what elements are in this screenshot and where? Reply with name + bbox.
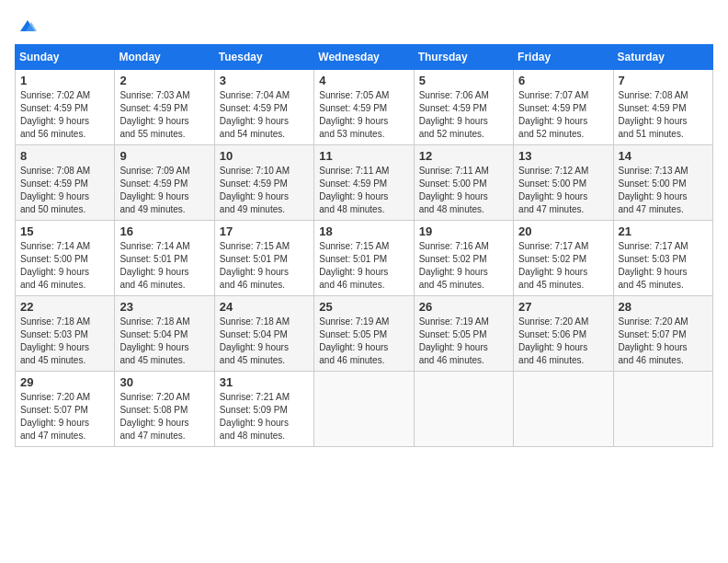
day-info: Sunrise: 7:17 AMSunset: 5:02 PMDaylight:… [518,240,608,292]
day-number: 20 [518,224,608,238]
day-info: Sunrise: 7:15 AMSunset: 5:01 PMDaylight:… [220,240,309,292]
calendar-cell: 7 Sunrise: 7:08 AMSunset: 4:59 PMDayligh… [613,70,712,145]
day-number: 15 [20,224,109,238]
day-info: Sunrise: 7:11 AMSunset: 4:59 PMDaylight:… [319,165,408,216]
weekday-header: Friday [514,45,613,70]
day-number: 14 [619,149,708,163]
calendar-cell: 2 Sunrise: 7:03 AMSunset: 4:59 PMDayligh… [115,70,214,145]
logo [15,15,39,37]
calendar-cell: 5 Sunrise: 7:06 AMSunset: 4:59 PMDayligh… [414,70,513,145]
calendar-cell: 18 Sunrise: 7:15 AMSunset: 5:01 PMDaylig… [314,221,414,296]
logo-icon [17,15,39,37]
calendar-cell: 25 Sunrise: 7:19 AMSunset: 5:05 PMDaylig… [314,296,414,372]
day-number: 21 [619,224,708,238]
calendar-cell [414,372,513,447]
calendar-cell: 12 Sunrise: 7:11 AMSunset: 5:00 PMDaylig… [414,145,513,221]
calendar-cell: 3 Sunrise: 7:04 AMSunset: 4:59 PMDayligh… [214,70,313,145]
weekday-header: Wednesday [314,45,414,70]
calendar-cell: 14 Sunrise: 7:13 AMSunset: 5:00 PMDaylig… [613,145,712,221]
calendar-cell [514,372,613,447]
day-info: Sunrise: 7:04 AMSunset: 4:59 PMDaylight:… [220,89,309,141]
calendar-week-row: 15 Sunrise: 7:14 AMSunset: 5:00 PMDaylig… [16,221,713,296]
calendar-cell: 11 Sunrise: 7:11 AMSunset: 4:59 PMDaylig… [314,145,414,221]
calendar-cell: 28 Sunrise: 7:20 AMSunset: 5:07 PMDaylig… [613,296,712,372]
page-header [15,15,713,37]
day-number: 4 [319,74,408,87]
calendar-cell: 23 Sunrise: 7:18 AMSunset: 5:04 PMDaylig… [115,296,214,372]
calendar-table: SundayMondayTuesdayWednesdayThursdayFrid… [15,44,713,447]
day-info: Sunrise: 7:18 AMSunset: 5:04 PMDaylight:… [119,316,209,367]
calendar-cell: 20 Sunrise: 7:17 AMSunset: 5:02 PMDaylig… [514,221,613,296]
calendar-cell: 22 Sunrise: 7:18 AMSunset: 5:03 PMDaylig… [16,296,115,372]
day-info: Sunrise: 7:06 AMSunset: 4:59 PMDaylight:… [419,89,508,141]
day-info: Sunrise: 7:19 AMSunset: 5:05 PMDaylight:… [319,316,408,367]
day-number: 5 [419,74,508,87]
day-number: 2 [119,74,209,87]
calendar-cell: 1 Sunrise: 7:02 AMSunset: 4:59 PMDayligh… [16,70,115,145]
day-number: 17 [220,224,309,238]
day-info: Sunrise: 7:12 AMSunset: 5:00 PMDaylight:… [518,165,608,216]
calendar-cell: 21 Sunrise: 7:17 AMSunset: 5:03 PMDaylig… [613,221,712,296]
day-number: 6 [518,74,608,87]
calendar-cell: 19 Sunrise: 7:16 AMSunset: 5:02 PMDaylig… [414,221,513,296]
calendar-cell: 26 Sunrise: 7:19 AMSunset: 5:05 PMDaylig… [414,296,513,372]
day-info: Sunrise: 7:09 AMSunset: 4:59 PMDaylight:… [119,165,209,216]
calendar-week-row: 1 Sunrise: 7:02 AMSunset: 4:59 PMDayligh… [16,70,713,145]
day-number: 27 [518,300,608,314]
day-number: 12 [419,149,508,163]
weekday-header: Monday [115,45,214,70]
day-info: Sunrise: 7:05 AMSunset: 4:59 PMDaylight:… [319,89,408,141]
weekday-header: Thursday [414,45,513,70]
day-info: Sunrise: 7:17 AMSunset: 5:03 PMDaylight:… [619,240,708,292]
calendar-cell: 27 Sunrise: 7:20 AMSunset: 5:06 PMDaylig… [514,296,613,372]
calendar-week-row: 29 Sunrise: 7:20 AMSunset: 5:07 PMDaylig… [16,372,713,447]
day-number: 24 [220,300,309,314]
calendar-week-row: 8 Sunrise: 7:08 AMSunset: 4:59 PMDayligh… [16,145,713,221]
day-info: Sunrise: 7:19 AMSunset: 5:05 PMDaylight:… [419,316,508,367]
day-number: 26 [419,300,508,314]
day-number: 28 [619,300,708,314]
day-number: 29 [20,375,109,389]
day-info: Sunrise: 7:14 AMSunset: 5:00 PMDaylight:… [20,240,109,292]
day-info: Sunrise: 7:18 AMSunset: 5:03 PMDaylight:… [20,316,109,367]
day-number: 3 [220,74,309,87]
calendar-cell [314,372,414,447]
day-number: 25 [319,300,408,314]
day-number: 23 [119,300,209,314]
calendar-cell [613,372,712,447]
calendar-cell: 29 Sunrise: 7:20 AMSunset: 5:07 PMDaylig… [16,372,115,447]
day-info: Sunrise: 7:15 AMSunset: 5:01 PMDaylight:… [319,240,408,292]
calendar-cell: 9 Sunrise: 7:09 AMSunset: 4:59 PMDayligh… [115,145,214,221]
weekday-header: Sunday [16,45,115,70]
day-info: Sunrise: 7:07 AMSunset: 4:59 PMDaylight:… [518,89,608,141]
day-number: 31 [220,375,309,389]
day-info: Sunrise: 7:02 AMSunset: 4:59 PMDaylight:… [20,89,109,141]
day-info: Sunrise: 7:14 AMSunset: 5:01 PMDaylight:… [119,240,209,292]
day-number: 30 [119,375,209,389]
weekday-header: Saturday [613,45,712,70]
calendar-cell: 15 Sunrise: 7:14 AMSunset: 5:00 PMDaylig… [16,221,115,296]
day-info: Sunrise: 7:21 AMSunset: 5:09 PMDaylight:… [220,391,309,442]
day-info: Sunrise: 7:08 AMSunset: 4:59 PMDaylight:… [619,89,708,141]
day-info: Sunrise: 7:08 AMSunset: 4:59 PMDaylight:… [20,165,109,216]
day-number: 22 [20,300,109,314]
day-info: Sunrise: 7:20 AMSunset: 5:07 PMDaylight:… [619,316,708,367]
day-number: 7 [619,74,708,87]
day-info: Sunrise: 7:20 AMSunset: 5:06 PMDaylight:… [518,316,608,367]
calendar-cell: 30 Sunrise: 7:20 AMSunset: 5:08 PMDaylig… [115,372,214,447]
calendar-cell: 10 Sunrise: 7:10 AMSunset: 4:59 PMDaylig… [214,145,313,221]
calendar-cell: 6 Sunrise: 7:07 AMSunset: 4:59 PMDayligh… [514,70,613,145]
calendar-cell: 24 Sunrise: 7:18 AMSunset: 5:04 PMDaylig… [214,296,313,372]
day-number: 11 [319,149,408,163]
day-number: 16 [119,224,209,238]
day-number: 18 [319,224,408,238]
day-info: Sunrise: 7:10 AMSunset: 4:59 PMDaylight:… [220,165,309,216]
calendar-cell: 13 Sunrise: 7:12 AMSunset: 5:00 PMDaylig… [514,145,613,221]
weekday-header: Tuesday [214,45,313,70]
day-info: Sunrise: 7:03 AMSunset: 4:59 PMDaylight:… [119,89,209,141]
calendar-header-row: SundayMondayTuesdayWednesdayThursdayFrid… [16,45,713,70]
day-info: Sunrise: 7:16 AMSunset: 5:02 PMDaylight:… [419,240,508,292]
day-number: 13 [518,149,608,163]
day-info: Sunrise: 7:20 AMSunset: 5:08 PMDaylight:… [119,391,209,442]
day-number: 9 [119,149,209,163]
